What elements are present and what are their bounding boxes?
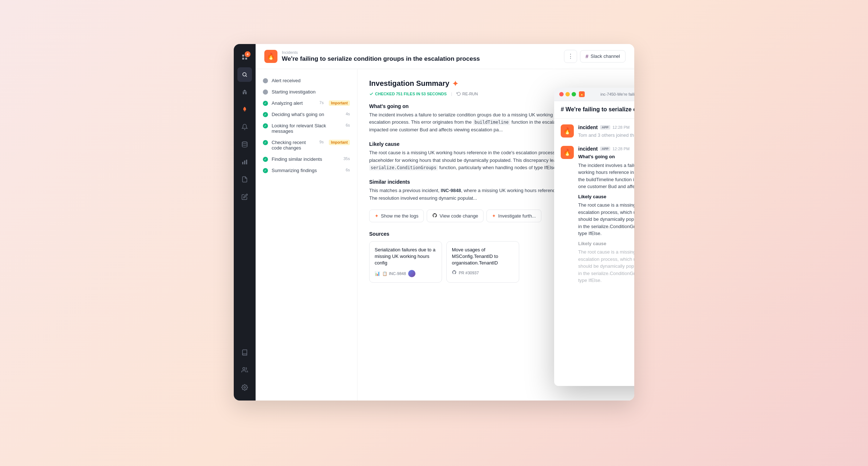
slack-window: 🔥 inc-7450-We're failing to serialize co… <box>554 88 634 386</box>
view-code-button[interactable]: View code change <box>427 210 484 222</box>
sidebar-icon-users[interactable] <box>237 363 252 377</box>
rerun-label: RE-RUN <box>462 92 478 96</box>
page-title: We're failing to serialize condition gro… <box>282 55 560 63</box>
sidebar-icon-database[interactable] <box>237 137 252 152</box>
timeline-dot-alert <box>263 78 268 83</box>
slack-msg-name-1: incident <box>578 124 598 130</box>
timeline-label-deciding: Deciding what's going on <box>272 112 340 117</box>
slack-messages: 🔥 incident APP 12:28 PM Tom and 3 others… <box>554 119 634 386</box>
spark-icon-investigate: ✦ <box>492 213 496 219</box>
timeline-dot-similar: ✓ <box>263 157 268 162</box>
sidebar-icon-chart[interactable] <box>237 155 252 169</box>
slack-msg-content-2: incident APP 12:28 PM What's going on Th… <box>578 146 634 284</box>
more-options-button[interactable]: ⋮ <box>564 50 577 63</box>
timeline-item-slack: ✓ Looking for relevant Slack messages 6s <box>263 123 350 134</box>
minimize-traffic-light[interactable] <box>565 92 570 96</box>
timeline-item-code: ✓ Checking recent code changes 9s Import… <box>263 140 350 151</box>
slack-likely-cause-text-2: The root cause is a missing UK working h… <box>578 248 634 284</box>
sidebar-icon-edit[interactable] <box>237 190 252 204</box>
view-code-label: View code change <box>439 213 478 219</box>
timeline-time-code: 9s <box>319 140 324 144</box>
sidebar-icon-book[interactable] <box>237 345 252 360</box>
slack-whats-going-on-heading: What's going on <box>578 153 634 160</box>
source-card-1-title: Serialization failures due to a missing … <box>375 247 437 267</box>
timeline-dot-summarizing: ✓ <box>263 168 268 173</box>
slack-channel-header: # We're failing to serialize condition g… <box>554 101 634 119</box>
breadcrumb: Incidents <box>282 50 560 55</box>
header-actions: ⋮ # Slack channel <box>564 50 626 63</box>
slack-message-2: 🔥 incident APP 12:28 PM What's going on … <box>561 146 634 284</box>
rerun-button[interactable]: RE-RUN <box>457 92 478 96</box>
slack-message-1: 🔥 incident APP 12:28 PM Tom and 3 others… <box>561 124 634 139</box>
meta-divider: | <box>451 92 452 96</box>
slack-msg-text-1: Tom and 3 others joined the incident. We… <box>578 132 634 139</box>
header: 🔥 Incidents We're failing to serialize c… <box>256 44 634 69</box>
incident-icon: 🔥 <box>264 50 277 63</box>
source-card-2-badge: PR #30937 <box>459 271 479 275</box>
show-logs-button[interactable]: ✦ Show me the logs <box>369 210 424 222</box>
timeline-item-analyzing: ✓ Analyzing alert 7s Important <box>263 100 350 106</box>
timeline-item-similar: ✓ Finding similar incidents 35s <box>263 156 350 162</box>
svg-rect-2 <box>242 57 244 59</box>
timeline-label-code: Checking recent code changes <box>272 140 314 151</box>
source-card-2[interactable]: Move usages of MSConfig.TenantID to orga… <box>446 241 519 283</box>
timeline-item-alert: Alert received <box>263 78 350 83</box>
badge-important-code: Important <box>329 140 350 145</box>
slack-channel-name: # We're failing to serialize condition g… <box>561 106 634 113</box>
source-card-1-meta: 📊 📋 INC-9848 <box>375 270 437 277</box>
svg-point-6 <box>242 142 247 143</box>
maximize-traffic-light[interactable] <box>572 92 576 96</box>
slack-msg-content-1: incident APP 12:28 PM Tom and 3 others j… <box>578 124 634 139</box>
timeline-dot-analyzing: ✓ <box>263 101 268 106</box>
timeline-label-starting: Starting investigation <box>272 89 350 95</box>
timeline-time-slack: 6s <box>346 123 350 127</box>
svg-line-5 <box>246 76 247 77</box>
slack-titlebar: 🔥 inc-7450-We're failing to serialize co… <box>554 88 634 101</box>
sidebar-icon-grid[interactable]: 4 <box>237 50 252 64</box>
sidebar-badge: 4 <box>245 51 250 57</box>
svg-rect-0 <box>242 55 244 56</box>
timeline-label-analyzing: Analyzing alert <box>272 100 314 106</box>
slack-likely-cause-heading: Likely cause <box>578 193 634 200</box>
sidebar-icon-flame[interactable] <box>237 102 252 117</box>
sidebar-icon-search[interactable] <box>237 67 252 82</box>
investigate-further-button[interactable]: ✦ Investigate furth... <box>486 210 541 222</box>
sidebar-icon-settings[interactable] <box>237 380 252 395</box>
github-icon <box>432 213 437 219</box>
meta-check: CHECKED 751 FILES IN 53 SECONDS <box>369 92 447 96</box>
slack-channel-button[interactable]: # Slack channel <box>580 50 626 63</box>
source-card-1-avatar <box>408 270 415 277</box>
slack-msg-app-2: APP <box>600 147 611 151</box>
timeline-time-deciding: 4s <box>346 112 350 116</box>
investigation-title: Investigation Summary ✦ <box>369 79 623 88</box>
source-card-1[interactable]: Serialization failures due to a missing … <box>369 241 442 283</box>
slack-button-label: Slack channel <box>591 53 620 59</box>
slack-likely-cause-heading-2: Likely cause <box>578 240 634 247</box>
svg-rect-7 <box>242 162 243 164</box>
svg-point-10 <box>243 367 245 370</box>
badge-important-analyzing: Important <box>329 100 350 106</box>
timeline-label-summarizing: Summarizing findings <box>272 168 340 173</box>
slack-window-icon: 🔥 <box>579 91 585 97</box>
close-traffic-light[interactable] <box>559 92 564 96</box>
sidebar-icon-file[interactable] <box>237 172 252 187</box>
slack-window-title: inc-7450-We're failing to serialize cond… <box>588 92 634 96</box>
timeline-item-starting: Starting investigation <box>263 89 350 95</box>
svg-rect-3 <box>245 57 247 59</box>
slack-msg-header-2: incident APP 12:28 PM <box>578 146 634 152</box>
sidebar-icon-bell[interactable] <box>237 120 252 134</box>
slack-msg-time-2: 12:28 PM <box>612 147 630 151</box>
app-window: 4 <box>234 44 634 401</box>
show-logs-label: Show me the logs <box>381 213 418 219</box>
timeline-dot-code: ✓ <box>263 140 268 145</box>
meta-check-text: CHECKED 751 FILES IN 53 SECONDS <box>375 92 447 96</box>
sidebar-icon-home[interactable] <box>237 85 252 99</box>
svg-rect-9 <box>246 160 247 164</box>
timeline-time-summarizing: 6s <box>346 168 350 172</box>
traffic-lights <box>559 92 576 96</box>
timeline-label-slack: Looking for relevant Slack messages <box>272 123 340 134</box>
slack-avatar-2: 🔥 <box>561 146 574 159</box>
source-card-2-meta: PR #30937 <box>452 270 514 275</box>
spark-icon: ✦ <box>452 79 458 88</box>
slack-whats-going-on-text: The incident involves a failure to seria… <box>578 162 634 190</box>
